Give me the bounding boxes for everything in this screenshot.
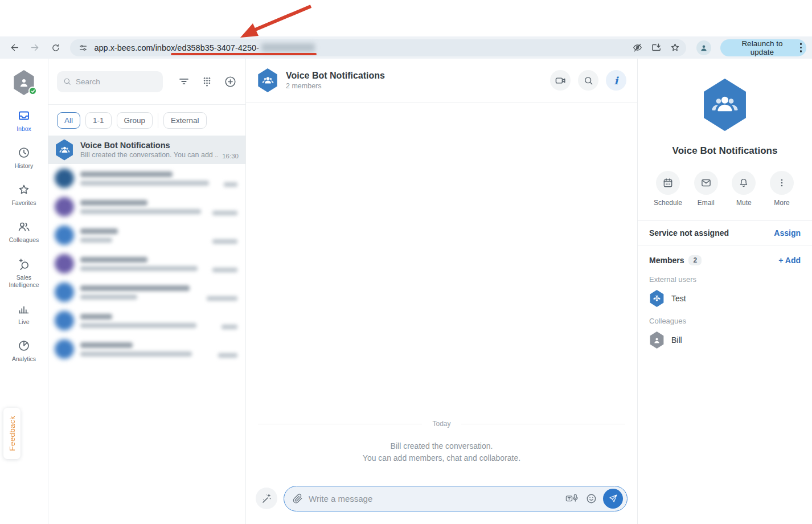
action-label: Mute: [736, 199, 752, 207]
info-icon: i: [614, 75, 618, 87]
pie-chart-icon: [17, 339, 31, 353]
relaunch-to-update-button[interactable]: Relaunch to update: [720, 39, 806, 56]
filter-chip-group[interactable]: Group: [117, 112, 153, 129]
sidebar-item-label: Sales Intelligence: [2, 274, 46, 289]
conversation-list-panel: All 1-1 Group External Voice Bot: [48, 59, 246, 524]
more-dots-icon: [776, 177, 788, 189]
sidebar-item-inbox[interactable]: Inbox: [0, 109, 48, 133]
colleagues-label: Colleagues: [649, 317, 801, 325]
conversation-row-blurred[interactable]: [48, 335, 245, 363]
more-button[interactable]: More: [765, 171, 798, 207]
conversation-row-blurred[interactable]: [48, 306, 245, 335]
online-status-badge: [28, 87, 37, 95]
chat-panel: Voice Bot Notifications 2 members i Toda…: [246, 59, 637, 524]
search-icon: [63, 77, 72, 86]
members-row: Members 2 + Add: [649, 255, 801, 265]
filter-button[interactable]: [178, 75, 190, 88]
conversation-items: Voice Bot Notifications Bill created the…: [48, 136, 245, 363]
sidebar-item-history[interactable]: History: [0, 146, 48, 170]
date-divider: Today: [258, 420, 625, 428]
ai-assist-button[interactable]: [256, 488, 277, 509]
clock-icon: [17, 146, 31, 159]
sidebar-item-live[interactable]: Live: [0, 302, 48, 326]
filter-chip-1-1[interactable]: 1-1: [85, 112, 112, 129]
left-navigation: Inbox History Favorites Colleagues Sales…: [0, 59, 48, 524]
sidebar-item-label: Colleagues: [9, 236, 39, 244]
send-button[interactable]: [603, 489, 623, 509]
sidebar-item-analytics[interactable]: Analytics: [0, 339, 48, 363]
email-button[interactable]: Email: [690, 171, 723, 207]
mute-button[interactable]: Mute: [727, 171, 760, 207]
sidebar-item-sales-intelligence[interactable]: Sales Intelligence: [0, 257, 48, 289]
emoji-icon[interactable]: [585, 493, 597, 505]
conversation-row-blurred[interactable]: [48, 193, 245, 221]
conversation-row-blurred[interactable]: [48, 249, 245, 278]
feedback-tab[interactable]: Feedback: [3, 408, 20, 459]
list-header: [48, 59, 245, 105]
chat-messages-area: Today Bill created the conversation. You…: [246, 103, 637, 481]
person-avatar: [649, 331, 665, 349]
speech-to-text-icon[interactable]: [565, 492, 580, 505]
info-button[interactable]: i: [606, 70, 626, 91]
conversation-details-panel: Voice Bot Notifications Schedule Email: [637, 59, 812, 524]
forward-button[interactable]: [26, 39, 44, 57]
member-name: Bill: [671, 335, 682, 345]
conversation-row-voice-bot[interactable]: Voice Bot Notifications Bill created the…: [48, 136, 245, 164]
filter-chip-all[interactable]: All: [57, 112, 80, 129]
message-input-box[interactable]: [284, 486, 628, 511]
search-input[interactable]: [76, 77, 150, 86]
filter-chips: All 1-1 Group External: [48, 105, 245, 136]
xbees-app: Inbox History Favorites Colleagues Sales…: [0, 59, 812, 524]
member-row-bill[interactable]: Bill: [649, 331, 801, 349]
attachment-icon[interactable]: [292, 493, 303, 504]
video-camera-icon: [555, 75, 567, 87]
browser-menu-icon[interactable]: [800, 43, 802, 52]
action-label: More: [774, 199, 789, 207]
chat-title: Voice Bot Notifications: [286, 71, 385, 81]
member-row-test[interactable]: Test: [649, 290, 801, 307]
bar-chart-icon: [17, 302, 31, 316]
back-button[interactable]: [6, 39, 24, 57]
star-icon: [17, 183, 31, 197]
new-conversation-button[interactable]: [224, 75, 237, 88]
inbox-icon: [17, 109, 31, 122]
chat-header: Voice Bot Notifications 2 members i: [246, 59, 637, 103]
schedule-button[interactable]: Schedule: [651, 171, 684, 207]
group-people-icon: [710, 90, 740, 120]
assign-link[interactable]: Assign: [774, 228, 801, 238]
system-message: Bill created the conversation.: [246, 440, 637, 452]
message-input[interactable]: [309, 494, 559, 503]
plus-circle-icon: [224, 75, 237, 88]
red-arrow-annotation: [238, 2, 318, 41]
message-compose-row: [246, 481, 637, 524]
add-member-link[interactable]: + Add: [778, 256, 801, 265]
calendar-icon: [662, 177, 674, 189]
search-box[interactable]: [57, 71, 163, 92]
eye-off-icon[interactable]: [632, 42, 643, 53]
conversation-title: Voice Bot Notifications: [80, 141, 239, 150]
system-message: You can add members, chat and collaborat…: [246, 452, 637, 464]
sidebar-item-colleagues[interactable]: Colleagues: [0, 220, 48, 244]
my-profile-avatar[interactable]: [13, 70, 35, 95]
video-call-button[interactable]: [550, 70, 571, 91]
browser-profile-avatar[interactable]: [696, 40, 711, 55]
reload-button[interactable]: [47, 39, 65, 57]
sidebar-item-label: Analytics: [12, 355, 36, 363]
conversation-row-blurred[interactable]: [48, 278, 245, 306]
conversation-row-blurred[interactable]: [48, 164, 245, 193]
chat-group-avatar[interactable]: [257, 68, 278, 92]
group-people-icon: [261, 74, 274, 87]
sidebar-item-favorites[interactable]: Favorites: [0, 183, 48, 207]
filter-chip-external[interactable]: External: [163, 112, 207, 129]
address-bar[interactable]: app.x-bees.com/inbox/ed358b35-3407-4250-: [70, 39, 686, 56]
url-blurred-segment: [261, 43, 315, 52]
sparkle-search-icon: [17, 257, 31, 271]
reload-icon: [51, 43, 61, 53]
url-text: app.x-bees.com/inbox/ed358b35-3407-4250-: [94, 43, 259, 52]
search-in-chat-button[interactable]: [578, 70, 598, 91]
site-settings-icon[interactable]: [76, 40, 91, 55]
install-download-icon[interactable]: [651, 42, 662, 53]
conversation-row-blurred[interactable]: [48, 221, 245, 249]
bookmark-star-icon[interactable]: [670, 42, 680, 53]
dialpad-button[interactable]: [201, 76, 213, 88]
